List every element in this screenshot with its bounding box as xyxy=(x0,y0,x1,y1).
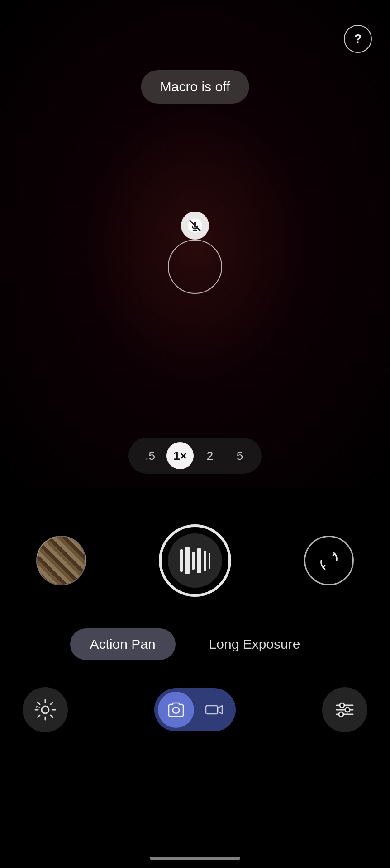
shutter-button[interactable] xyxy=(159,524,231,597)
camera-video-switcher xyxy=(154,688,236,731)
zoom-controls: .5 1× 2 5 xyxy=(128,438,262,474)
long-exposure-mode-button[interactable]: Long Exposure xyxy=(189,628,320,660)
zoom-0.5x-button[interactable]: .5 xyxy=(137,442,164,469)
action-pan-mode-button[interactable]: Action Pan xyxy=(70,628,176,660)
photo-mode-button[interactable] xyxy=(158,692,194,728)
svg-point-12 xyxy=(339,712,343,717)
last-photo-thumbnail[interactable] xyxy=(36,536,86,585)
flip-camera-button[interactable] xyxy=(304,536,354,585)
home-bar xyxy=(150,857,240,860)
settings-button[interactable] xyxy=(23,687,68,732)
adjustments-button[interactable] xyxy=(322,687,367,732)
zoom-2x-button[interactable]: 2 xyxy=(196,442,224,469)
svg-point-11 xyxy=(345,708,350,712)
svg-point-5 xyxy=(173,707,179,713)
macro-toast-text: Macro is off xyxy=(160,79,230,94)
svg-point-10 xyxy=(340,703,344,708)
bottom-toolbar xyxy=(0,687,390,732)
help-button[interactable]: ? xyxy=(344,25,372,53)
focus-circle xyxy=(168,240,222,294)
camera-viewfinder[interactable]: ? Macro is off .5 1× 2 5 xyxy=(0,0,390,488)
zoom-1x-button[interactable]: 1× xyxy=(166,442,194,469)
shutter-icon xyxy=(180,547,210,574)
mic-off-icon[interactable] xyxy=(181,212,209,240)
mode-selector-row: Action Pan Long Exposure xyxy=(70,628,320,660)
video-mode-button[interactable] xyxy=(196,692,232,728)
zoom-5x-button[interactable]: 5 xyxy=(226,442,253,469)
svg-point-4 xyxy=(42,706,49,713)
bottom-controls: Action Pan Long Exposure xyxy=(0,488,390,868)
svg-rect-6 xyxy=(206,706,218,714)
shutter-row xyxy=(0,524,390,597)
shutter-inner xyxy=(168,533,222,588)
macro-toast: Macro is off xyxy=(141,70,249,104)
